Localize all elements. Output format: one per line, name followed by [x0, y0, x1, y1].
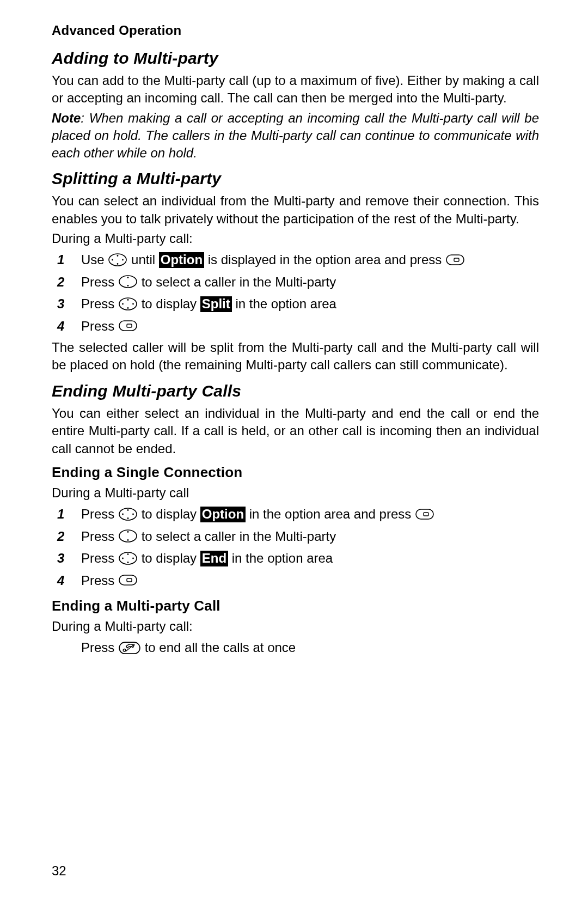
list-item: Press to display End in the option area: [52, 548, 539, 569]
list-item: Press to display Split in the option are…: [52, 294, 539, 314]
end-single-intro: During a Multi-party call: [52, 484, 539, 502]
list-item: Press to display Option in the option ar…: [52, 504, 539, 525]
end-call-icon: [118, 641, 141, 655]
nav-updown-icon: [118, 529, 138, 543]
option-pill: End: [200, 551, 228, 566]
softkey-icon: [118, 319, 138, 333]
list-item: Press to select a caller in the Multi-pa…: [52, 272, 539, 292]
sub-end-single: Ending a Single Connection: [52, 464, 539, 481]
splitting-intro: During a Multi-party call:: [52, 230, 539, 247]
softkey-icon: [445, 253, 465, 267]
nav-key-icon: [108, 253, 127, 267]
option-pill: Option: [200, 507, 246, 522]
list-item: Use until Option is displayed in the opt…: [52, 249, 539, 270]
end-single-steps: Press to display Option in the option ar…: [52, 504, 539, 591]
list-item: Press: [52, 570, 539, 591]
sub-end-all: Ending a Multi-party Call: [52, 598, 539, 614]
adding-para: You can add to the Multi-party call (up …: [52, 72, 539, 107]
heading-splitting: Splitting a Multi-party: [52, 169, 539, 188]
adding-note: Note: When making a call or accepting an…: [52, 109, 539, 162]
nav-key-icon: [118, 297, 138, 311]
softkey-icon: [415, 507, 434, 521]
heading-ending: Ending Multi-party Calls: [52, 382, 539, 400]
option-pill: Option: [159, 252, 204, 268]
page-number: 32: [52, 863, 66, 879]
heading-adding: Adding to Multi-party: [52, 49, 539, 68]
nav-key-icon: [118, 551, 138, 565]
splitting-result: The selected caller will be split from t…: [52, 339, 539, 374]
note-text: : When making a call or accepting an inc…: [52, 111, 539, 160]
splitting-para: You can select an individual from the Mu…: [52, 192, 539, 228]
manual-page: Advanced Operation Adding to Multi-party…: [0, 0, 588, 908]
end-all-intro: During a Multi-party call:: [52, 618, 539, 635]
end-all-step: Press to end all the calls at once: [52, 637, 539, 658]
option-pill: Split: [200, 296, 232, 312]
list-item: Press to select a caller in the Multi-pa…: [52, 526, 539, 547]
page-header: Advanced Operation: [52, 23, 539, 38]
nav-updown-icon: [118, 275, 138, 289]
softkey-icon: [118, 573, 138, 587]
note-label: Note: [52, 111, 81, 125]
splitting-steps: Use until Option is displayed in the opt…: [52, 249, 539, 337]
list-item: Press: [52, 316, 539, 337]
ending-para: You can either select an individual in t…: [52, 405, 539, 458]
nav-key-icon: [118, 507, 138, 521]
